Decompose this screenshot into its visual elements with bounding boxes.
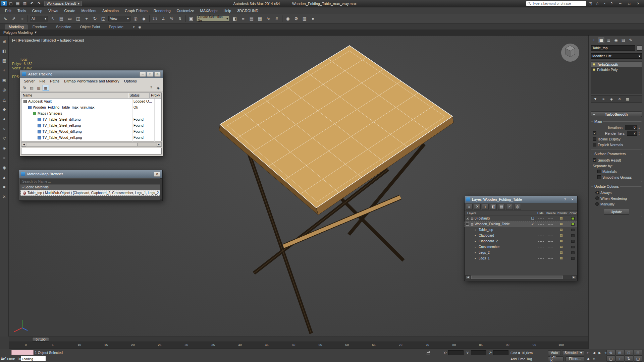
add-selection-to-layer-icon[interactable]: ◧ <box>490 204 497 210</box>
new-scene-icon[interactable]: ▢ <box>7 1 14 6</box>
menu-item[interactable]: Views <box>45 7 61 14</box>
menu-item[interactable]: Bitmap Performance and Memory <box>62 79 121 83</box>
layer-color-swatch[interactable] <box>571 217 575 220</box>
viewport-pov-menu[interactable]: [Perspective] <box>18 38 40 42</box>
render-iters-checkbox[interactable]: ✓ <box>593 131 596 135</box>
render-toggle-icon[interactable]: ▤ <box>560 239 563 243</box>
expand-icon[interactable]: − <box>466 223 469 226</box>
minimize-button[interactable]: ─ <box>140 72 146 77</box>
materials-checkbox[interactable] <box>597 170 601 173</box>
maximize-button[interactable]: □ <box>625 1 634 6</box>
material-search-input[interactable] <box>21 180 161 183</box>
selection-filter-dropdown[interactable]: All ▾ <box>30 16 48 21</box>
modifier-list-dropdown[interactable]: Modifier List ▾ <box>591 53 642 59</box>
left-toolbar-icon[interactable]: ▽ <box>1 135 7 141</box>
edit-named-selection-sets-icon[interactable]: ▣ <box>187 15 195 23</box>
left-toolbar-icon[interactable]: △ <box>1 97 7 103</box>
report-view-icon[interactable]: ▤ <box>29 85 35 91</box>
left-toolbar-icon[interactable]: + <box>1 67 7 73</box>
wireframe-color-swatch[interactable] <box>637 45 642 51</box>
left-toolbar-icon[interactable]: ≡ <box>1 155 7 161</box>
hide-toggle[interactable] <box>538 247 544 247</box>
redo-icon[interactable]: ↷ <box>36 1 42 6</box>
close-button[interactable]: ✕ <box>634 1 643 6</box>
modifier-enabled-icon[interactable] <box>593 63 595 66</box>
turbosmooth-rollout-header[interactable]: − TurboSmooth <box>591 111 642 117</box>
time-slider-track[interactable]: 0 / 100 <box>9 337 588 342</box>
percent-snap-icon[interactable]: % <box>168 15 176 23</box>
hide-toggle[interactable] <box>538 236 544 236</box>
communication-center-icon[interactable]: ◔ <box>601 1 608 6</box>
delete-layer-icon[interactable]: ✕ <box>474 204 481 210</box>
zoom-all-icon[interactable]: ⊞ <box>615 350 624 356</box>
curve-editor-icon[interactable]: ∿ <box>264 15 272 23</box>
workspace-dropdown[interactable]: Workspace: Default ▾ <box>44 1 82 6</box>
menu-item[interactable]: Graph Editors <box>122 7 151 14</box>
field-of-view-icon[interactable]: ▢ <box>606 356 615 362</box>
left-toolbar-icon[interactable]: ◉ <box>1 165 7 171</box>
menu-item[interactable]: Edit <box>2 7 14 14</box>
smooth-result-checkbox[interactable]: ✓ <box>593 158 596 162</box>
details-view-icon[interactable]: ▥ <box>36 85 42 91</box>
zoom-extents-icon[interactable]: ⊡ <box>625 350 633 356</box>
menu-item[interactable]: 3DGROUND <box>234 7 261 14</box>
y-coordinate-field[interactable] <box>471 350 486 355</box>
set-key-button[interactable]: Set K... <box>548 356 564 361</box>
pin-stack-icon[interactable]: ▼ <box>592 96 599 102</box>
display-tab-icon[interactable]: ▤ <box>620 37 627 43</box>
layers-list-icon[interactable]: ≡ <box>466 204 473 210</box>
expand-icon[interactable]: + <box>466 217 469 220</box>
layer-row[interactable]: − ▤ Wooden_Folding_Table ✓ ▤ <box>465 222 577 227</box>
unlink-selection-icon[interactable]: ⇗ <box>10 15 18 23</box>
modifier-stack-item[interactable]: Editable Poly <box>591 67 642 72</box>
layer-row[interactable]: + ▤ 0 (default) ☐ ▤ <box>465 216 577 222</box>
close-button[interactable]: ✕ <box>569 197 576 202</box>
freeze-toggle[interactable] <box>548 258 553 259</box>
menu-item[interactable]: Tools <box>14 7 29 14</box>
render-iters-spinner[interactable]: ▲▼ <box>638 131 640 135</box>
ribbon-tab[interactable]: Modeling <box>5 24 28 29</box>
scene-materials-section[interactable]: - Scene Materials <box>20 185 161 190</box>
render-toggle-icon[interactable]: ▤ <box>560 251 563 254</box>
render-toggle-icon[interactable]: ▤ <box>560 245 563 248</box>
z-coordinate-field[interactable] <box>493 350 508 355</box>
key-mode-toggle-icon[interactable]: ◇ <box>591 356 597 361</box>
layer-row[interactable]: ▪ Crossmember ▤ <box>465 244 577 250</box>
scroll-right-icon[interactable]: ▶ <box>572 276 576 279</box>
freeze-toggle[interactable] <box>548 253 553 253</box>
left-toolbar-icon[interactable]: ▲ <box>1 174 7 180</box>
minimize-button[interactable]: ─ <box>616 1 625 6</box>
ribbon-tab[interactable]: Populate <box>105 24 127 29</box>
menu-item[interactable]: Paths <box>48 79 62 83</box>
maxscript-listener-field[interactable]: Loading... <box>21 356 46 361</box>
material-list-item[interactable]: Table_top ( Multi/Sub-Object ) [Clapboar… <box>20 190 161 196</box>
vault-options-icon[interactable]: ◈ <box>155 85 161 91</box>
polygon-modeling-panel[interactable]: Polygon Modeling <box>3 31 33 35</box>
hide-toggle[interactable] <box>538 219 544 219</box>
modifier-enabled-icon[interactable] <box>593 68 595 71</box>
ribbon-toggle-icon[interactable]: ▦ <box>256 15 264 23</box>
ribbon-pin-icon[interactable]: ◉ <box>137 24 143 29</box>
scroll-right-icon[interactable]: ▶ <box>157 143 161 146</box>
column-header-render[interactable]: Render <box>557 212 568 215</box>
scroll-left-icon[interactable]: ◀ <box>466 276 470 279</box>
render-toggle-icon[interactable]: ▤ <box>560 228 563 231</box>
layer-row[interactable]: ▪ Clapboard_2 ▤ <box>465 239 577 244</box>
layer-color-swatch[interactable] <box>571 251 575 254</box>
layer-color-swatch[interactable] <box>571 223 575 226</box>
scrollbar-thumb[interactable] <box>27 143 138 146</box>
render-toggle-icon[interactable]: ▤ <box>560 234 563 237</box>
menu-item[interactable]: Animation <box>99 7 122 14</box>
always-radio[interactable]: ● <box>595 191 599 194</box>
layer-row[interactable]: ▪ Table_top ▤ <box>465 227 577 233</box>
help-icon[interactable]: ? <box>148 85 154 91</box>
left-toolbar-icon[interactable]: ◧ <box>1 48 7 54</box>
refresh-status-icon[interactable]: ↻ <box>21 85 28 91</box>
column-header-proxy[interactable]: Proxy <box>150 93 161 98</box>
left-toolbar-icon[interactable]: ⊞ <box>1 38 7 44</box>
favorites-icon[interactable]: ☆ <box>594 1 601 6</box>
max-logo-icon[interactable]: 3 <box>1 1 7 6</box>
bind-to-spacewarp-icon[interactable]: ≈ <box>18 15 26 23</box>
select-and-link-icon[interactable]: ⇘ <box>1 15 9 23</box>
menu-item[interactable]: MAXScript <box>197 7 221 14</box>
